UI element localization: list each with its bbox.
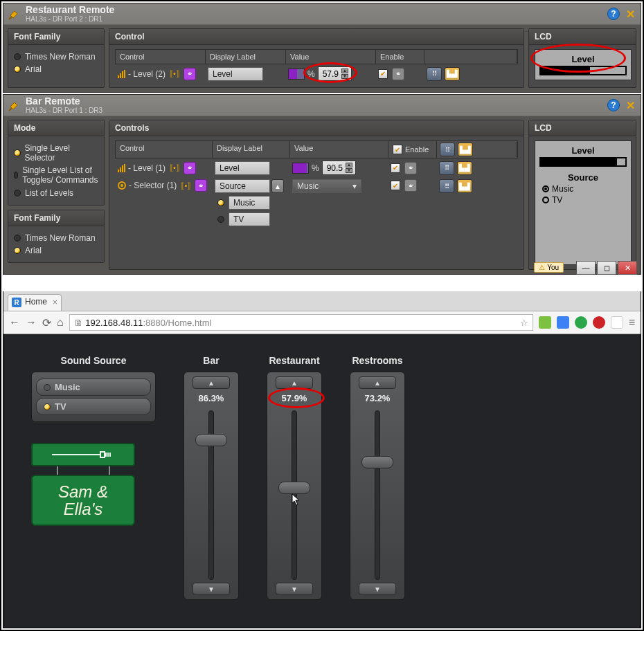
mode-list-levels[interactable]: List of Levels (14, 188, 98, 198)
font-family-header: Font Family (8, 210, 104, 226)
font-option-times[interactable]: Times New Roman (14, 233, 98, 243)
close-icon[interactable]: ✕ (624, 8, 636, 20)
slider-up-button[interactable]: ▲ (359, 376, 396, 389)
col-display: Display Label (213, 141, 290, 158)
reload-button[interactable]: ⟳ (42, 316, 51, 329)
slider-thumb[interactable] (195, 434, 227, 446)
font-option-times[interactable]: Times New Roman (14, 52, 98, 62)
slider-track[interactable] (292, 410, 297, 580)
level-icon (118, 70, 125, 78)
extension-icon[interactable] (557, 316, 569, 329)
address-bar[interactable]: 🗎 192.168.48.11:8880/Home.html ☆ (69, 314, 533, 331)
slider-down-button[interactable]: ▼ (359, 583, 396, 595)
window-maximize-button[interactable]: ◻ (597, 261, 616, 275)
group-button[interactable]: ▙▟ (457, 179, 472, 193)
enable-all-checkbox[interactable]: ✔ (393, 145, 402, 154)
slider-header-restaurant: Restaurant (267, 355, 322, 366)
enable-checkbox[interactable]: ✔ (391, 181, 400, 190)
extension-icon[interactable] (611, 316, 623, 329)
page-icon: 🗎 (74, 318, 86, 328)
mode-single-level-selector[interactable]: Single Level Selector (14, 143, 98, 163)
enable-link-icon[interactable]: ⚭ (404, 179, 417, 192)
value-dropdown[interactable]: Music▾ (292, 179, 361, 193)
window-minimize-button[interactable]: — (576, 261, 596, 275)
close-icon[interactable]: ✕ (624, 99, 636, 111)
forward-button[interactable]: → (26, 316, 37, 329)
tab-home[interactable]: R Home × (8, 294, 62, 311)
enable-checkbox[interactable]: ✔ (378, 69, 388, 79)
pushpin-icon (8, 98, 21, 112)
level-icon (118, 164, 125, 172)
brackets-icon: ⟦•⟧ (168, 163, 181, 172)
svg-line-1 (9, 108, 12, 111)
browser-window: R Home × ← → ⟳ ⌂ 🗎 192.168.48.11:8880/Ho… (3, 291, 641, 628)
panel-subtitle: HAL3s - DR Port 2 : DR1 (26, 16, 114, 23)
menu-icon[interactable]: ≡ (629, 316, 635, 329)
group-all-button[interactable]: ▙▟ (458, 143, 473, 156)
collapse-button[interactable]: ▲ (271, 179, 284, 193)
col-control: Control (116, 50, 206, 64)
slider-down-button[interactable]: ▼ (193, 583, 230, 595)
panel-subtitle: HAL3s - DR Port 1 : DR3 (26, 107, 102, 114)
link-icon[interactable]: ⚭ (184, 68, 196, 80)
display-label-input[interactable]: Source (215, 179, 270, 193)
slider-thumb[interactable] (361, 456, 393, 468)
source-tv[interactable]: TV (36, 398, 151, 415)
slider-track[interactable] (375, 410, 380, 580)
group-button[interactable]: ▙▟ (445, 67, 460, 81)
value-input[interactable]: 57.9 ▲▼ (318, 66, 352, 81)
svg-line-0 (9, 17, 12, 19)
tab-close-icon[interactable]: × (53, 298, 57, 307)
back-button[interactable]: ← (9, 316, 20, 329)
slider-up-button[interactable]: ▲ (193, 376, 230, 389)
display-label-input[interactable]: Level (215, 161, 270, 175)
source-music[interactable]: Music (36, 379, 151, 396)
source-header: Sound Source (31, 355, 156, 366)
star-icon[interactable]: ☆ (520, 318, 528, 328)
favicon-icon: R (12, 298, 21, 307)
pair-button[interactable]: ⠿ (427, 67, 442, 81)
spinner-icon[interactable]: ▲▼ (341, 69, 348, 79)
pair-all-button[interactable]: ⠿ (440, 143, 455, 156)
slider-track[interactable] (208, 410, 214, 580)
controls-header: Controls (109, 120, 524, 136)
value-bar: .bar-ind[style*="--w:90%"]::after{width:… (292, 163, 309, 174)
help-icon[interactable]: ? (607, 99, 620, 111)
help-icon[interactable]: ? (607, 8, 620, 20)
slider-up-button[interactable]: ▲ (276, 376, 313, 389)
lcd-source-music: Music (542, 184, 627, 194)
link-icon[interactable]: ⚭ (184, 162, 196, 174)
value-bar (288, 69, 305, 80)
brackets-icon: ⟦•⟧ (179, 181, 192, 190)
extension-icon[interactable] (575, 316, 587, 329)
slider-thumb[interactable] (278, 482, 310, 494)
pair-button[interactable]: ⠿ (439, 161, 454, 175)
home-button[interactable]: ⌂ (57, 316, 64, 329)
display-label-input[interactable]: Level (208, 67, 263, 81)
you-chip: ⚠You (534, 262, 564, 273)
option-tv[interactable]: TV (217, 212, 287, 226)
slider-header-restrooms: Restrooms (350, 355, 405, 366)
group-button[interactable]: ▙▟ (457, 161, 472, 175)
lcd-source-tv: TV (542, 195, 627, 205)
font-option-arial[interactable]: Arial (14, 64, 98, 74)
link-icon[interactable]: ⚭ (195, 179, 207, 192)
window-close-button[interactable]: ✕ (618, 261, 637, 275)
slider-restrooms: ▲ 73.2% ▼ (350, 372, 405, 600)
restaurant-remote-panel: Restaurant Remote HAL3s - DR Port 2 : DR… (3, 3, 641, 93)
value-input[interactable]: 90.5▲▼ (322, 161, 356, 175)
slider-value: 57.9% (282, 393, 307, 403)
pair-button[interactable]: ⠿ (439, 179, 454, 193)
lcd-header: LCD (529, 29, 636, 45)
extension-icon[interactable] (593, 316, 605, 329)
font-option-arial[interactable]: Arial (14, 246, 98, 255)
option-music[interactable]: Music (217, 196, 287, 210)
enable-link-icon[interactable]: ⚭ (404, 162, 417, 174)
enable-link-icon[interactable]: ⚭ (392, 68, 404, 80)
slider-down-button[interactable]: ▼ (276, 583, 313, 595)
extension-icon[interactable] (539, 316, 551, 329)
enable-checkbox[interactable]: ✔ (391, 163, 400, 173)
mode-single-level-toggles[interactable]: Single Level List of Toggles/ Commands (14, 165, 98, 185)
chevron-down-icon: ▾ (352, 181, 357, 191)
font-family-header: Font Family (8, 29, 104, 45)
